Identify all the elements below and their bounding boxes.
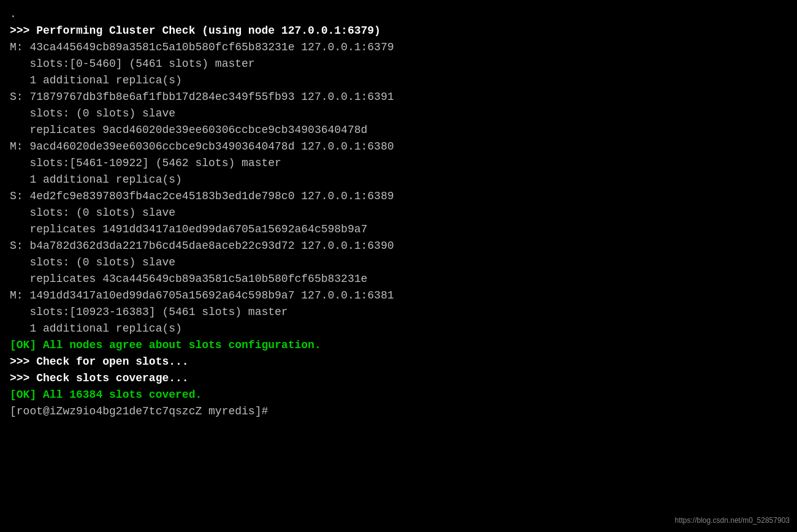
terminal-line-line14: S: b4a782d362d3da2217b6cd45dae8aceb22c93…	[10, 238, 787, 254]
terminal-line-line20: [OK] All nodes agree about slots configu…	[10, 337, 787, 354]
terminal-line-line15: slots: (0 slots) slave	[10, 254, 787, 271]
terminal-line-line19: 1 additional replica(s)	[10, 321, 787, 337]
terminal-output: .>>> Performing Cluster Check (using nod…	[10, 6, 787, 420]
terminal-line-line22: >>> Check slots coverage...	[10, 370, 787, 387]
terminal-line-dot: .	[10, 6, 787, 23]
terminal-line-line1: >>> Performing Cluster Check (using node…	[10, 23, 787, 39]
terminal-line-line9: slots:[5461-10922] (5462 slots) master	[10, 155, 787, 172]
terminal-line-line5: S: 71879767db3fb8e6af1fbb17d284ec349f55f…	[10, 89, 787, 105]
terminal-line-line17: M: 1491dd3417a10ed99da6705a15692a64c598b…	[10, 287, 787, 304]
terminal-line-line6: slots: (0 slots) slave	[10, 105, 787, 122]
terminal-line-line4: 1 additional replica(s)	[10, 72, 787, 89]
terminal-window: .>>> Performing Cluster Check (using nod…	[0, 0, 797, 532]
watermark: https://blog.csdn.net/m0_52857903	[675, 515, 790, 526]
terminal-line-line10: 1 additional replica(s)	[10, 172, 787, 188]
terminal-line-line23: [OK] All 16384 slots covered.	[10, 387, 787, 403]
terminal-line-line21: >>> Check for open slots...	[10, 354, 787, 370]
terminal-line-line2: M: 43ca445649cb89a3581c5a10b580fcf65b832…	[10, 39, 787, 56]
terminal-line-line16: replicates 43ca445649cb89a3581c5a10b580f…	[10, 271, 787, 287]
terminal-line-line7: replicates 9acd46020de39ee60306ccbce9cb3…	[10, 122, 787, 139]
terminal-line-line18: slots:[10923-16383] (5461 slots) master	[10, 304, 787, 321]
terminal-line-line8: M: 9acd46020de39ee60306ccbce9cb349036404…	[10, 139, 787, 155]
terminal-line-line13: replicates 1491dd3417a10ed99da6705a15692…	[10, 221, 787, 238]
terminal-line-line3: slots:[0-5460] (5461 slots) master	[10, 56, 787, 72]
terminal-line-line12: slots: (0 slots) slave	[10, 205, 787, 221]
terminal-line-line11: S: 4ed2fc9e8397803fb4ac2ce45183b3ed1de79…	[10, 188, 787, 205]
terminal-line-line24: [root@iZwz9io4bg21de7tc7qszcZ myredis]#	[10, 403, 787, 420]
